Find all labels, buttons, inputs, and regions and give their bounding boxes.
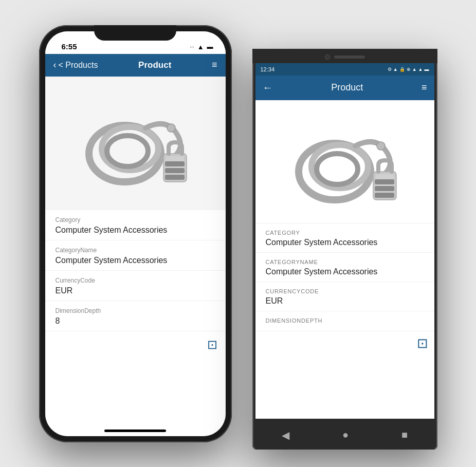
ios-category-name-value: Computer System Accessories — [56, 256, 215, 265]
android-category-name-value: Computer System Accessories — [266, 267, 424, 276]
android-nav-title: Product — [331, 82, 363, 93]
android-product-image — [273, 105, 417, 218]
android-screen: 12:34 ⚙ ▲ 🔒 ⊕ ▲ ▲ ▬ ← Product ≡ — [255, 63, 434, 419]
android-home-nav-button[interactable]: ● — [342, 429, 349, 441]
android-category-value: Computer System Accessories — [266, 238, 424, 247]
ios-product-details: Category Computer System Accessories Cat… — [45, 210, 226, 331]
android-currency-label: CURRENCYCODE — [266, 288, 424, 294]
svg-rect-18 — [375, 193, 394, 198]
ios-status-icons: ··· ▲ ▬ — [190, 43, 213, 51]
android-currency-row: CURRENCYCODE EUR — [255, 282, 434, 311]
ios-product-image-container — [45, 77, 226, 210]
ios-back-label: < Products — [59, 61, 98, 70]
ios-category-label: Category — [56, 216, 215, 223]
android-product-details: CATEGORY Computer System Accessories CAT… — [255, 223, 434, 331]
android-status-icons: ⚙ ▲ 🔒 ⊕ ▲ ▲ ▬ — [388, 67, 429, 72]
ios-category-name-label: CategoryName — [56, 247, 215, 254]
android-currency-value: EUR — [266, 296, 424, 306]
ios-nav-bar: ‹ < Products Product ≡ — [45, 54, 226, 77]
ios-wifi-icon: ▲ — [197, 43, 204, 51]
android-category-label: CATEGORY — [266, 230, 424, 236]
android-wifi-icon: ▲ — [412, 67, 417, 72]
svg-point-9 — [167, 124, 175, 132]
ios-currency-label: CurrencyCode — [56, 277, 215, 284]
android-dimension-row: DIMENSIONDEPTH — [255, 311, 434, 331]
android-category-name-row: CATEGORYNAME Computer System Accessories — [255, 253, 434, 282]
ios-currency-value: EUR — [56, 286, 215, 295]
android-category-row: CATEGORY Computer System Accessories — [255, 223, 434, 253]
android-speaker — [334, 55, 365, 59]
ios-nav-title: Product — [138, 60, 171, 70]
svg-rect-7 — [165, 168, 185, 173]
android-lock-icon: 🔒 — [399, 67, 405, 72]
android-dimension-label: DIMENSIONDEPTH — [266, 317, 424, 324]
svg-point-19 — [377, 142, 385, 150]
ios-dimension-value: 8 — [56, 316, 215, 326]
android-scan-icon[interactable]: ⊡ — [417, 335, 428, 351]
ios-category-name-row: CategoryName Computer System Accessories — [45, 240, 226, 271]
ios-phone: 6:55 ··· ▲ ▬ ‹ < Products Product ≡ — [39, 25, 232, 442]
ios-dots-icon: ··· — [190, 44, 194, 50]
ios-back-chevron-icon: ‹ — [53, 60, 57, 70]
ios-back-button[interactable]: ‹ < Products — [53, 60, 98, 70]
android-recents-nav-button[interactable]: ■ — [401, 429, 408, 441]
android-time: 12:34 — [261, 66, 275, 72]
ios-dimension-label: DimensionDepth — [56, 307, 215, 314]
android-scan-container: ⊡ — [255, 331, 434, 356]
svg-rect-17 — [375, 186, 394, 191]
android-product-image-container — [255, 100, 434, 223]
ios-content: Category Computer System Accessories Cat… — [45, 77, 226, 436]
android-warning-icon: ▲ — [393, 67, 398, 72]
ios-notch — [94, 25, 176, 41]
scene: 6:55 ··· ▲ ▬ ‹ < Products Product ≡ — [0, 0, 476, 467]
svg-rect-6 — [165, 161, 185, 166]
ios-product-image — [63, 87, 207, 200]
svg-rect-8 — [165, 175, 185, 180]
ios-battery-icon: ▬ — [207, 43, 213, 50]
android-content: CATEGORY Computer System Accessories CAT… — [255, 100, 434, 419]
android-camera — [325, 54, 330, 60]
android-battery-icon: ▬ — [425, 67, 429, 72]
android-settings-icon: ⚙ — [388, 67, 392, 72]
ios-category-value: Computer System Accessories — [56, 226, 215, 235]
ios-phone-screen: 6:55 ··· ▲ ▬ ‹ < Products Product ≡ — [45, 31, 226, 436]
ios-scan-container: ⊡ — [45, 331, 226, 358]
ios-menu-icon[interactable]: ≡ — [212, 60, 217, 70]
android-status-bar: 12:34 ⚙ ▲ 🔒 ⊕ ▲ ▲ ▬ — [255, 63, 434, 76]
android-bottom-nav: ◀ ● ■ — [255, 421, 434, 450]
android-nav-bar: ← Product ≡ — [255, 76, 434, 100]
android-filter-icon[interactable]: ≡ — [422, 82, 427, 93]
ios-home-indicator — [104, 429, 166, 432]
android-signal-icon: ▲ — [418, 67, 423, 72]
android-circle-icon: ⊕ — [407, 67, 411, 72]
ios-currency-row: CurrencyCode EUR — [45, 271, 226, 301]
ios-dimension-row: DimensionDepth 8 — [45, 301, 226, 331]
svg-rect-16 — [375, 179, 394, 184]
android-back-nav-button[interactable]: ◀ — [282, 429, 289, 441]
android-phone: 12:34 ⚙ ▲ 🔒 ⊕ ▲ ▲ ▬ ← Product ≡ — [252, 49, 437, 450]
android-back-button[interactable]: ← — [263, 82, 273, 94]
ios-scan-icon[interactable]: ⊡ — [207, 338, 217, 352]
ios-category-row: Category Computer System Accessories — [45, 210, 226, 240]
ios-time: 6:55 — [58, 42, 77, 51]
android-top-bar — [252, 49, 437, 63]
android-category-name-label: CATEGORYNAME — [266, 259, 424, 265]
